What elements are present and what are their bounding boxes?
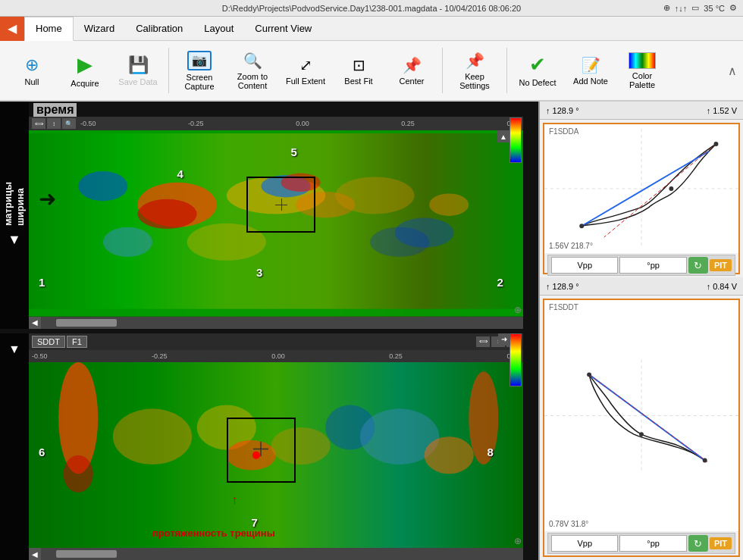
corner-icon-bottom[interactable]: ⊕ xyxy=(514,536,522,546)
ruler-ctrl-3[interactable]: 🔍 xyxy=(62,118,76,129)
svg-point-36 xyxy=(669,186,673,191)
scroll-left-btn[interactable]: ◀ xyxy=(29,317,41,329)
svg-point-28 xyxy=(469,371,498,465)
time-label: время xyxy=(33,103,77,117)
svg-point-9 xyxy=(103,227,152,257)
bottom-vpp-box[interactable]: Vpp xyxy=(551,535,618,552)
ruler-ctrl-2[interactable]: ↕ xyxy=(47,118,61,129)
toolbar-sep-2 xyxy=(442,48,443,93)
null-button[interactable]: ⊕ Null xyxy=(6,43,58,98)
center-label: Center xyxy=(399,77,424,86)
bottom-scroll-left[interactable]: ◀ xyxy=(29,548,41,560)
bottom-right-val2: ↑ 0.84 V xyxy=(707,282,737,291)
top-x-ruler: ⟺ ↕ 🔍 -0.50 -0.25 0.00 0.25 0.50 ▲ xyxy=(29,117,523,130)
svg-point-21 xyxy=(113,408,192,465)
left-panel: ширинаматрицы ▼ время ⟺ ↕ 🔍 -0.50 -0.25 … xyxy=(0,102,538,560)
add-note-button[interactable]: 📝 Add Note xyxy=(565,43,616,98)
crosshair-bottom xyxy=(253,442,268,459)
ruler-controls: ⟺ ↕ 🔍 xyxy=(32,118,76,129)
hmap-label-6: 6 xyxy=(39,446,45,458)
top-lissajous-section: F1SDDA 1.56 xyxy=(543,123,740,274)
bottom-arrow-right[interactable]: ➜ xyxy=(498,333,510,346)
collapse-button[interactable]: ∧ xyxy=(728,64,737,78)
bottom-hscroll[interactable]: ◀ xyxy=(29,548,523,560)
gps-icon: ⊕ xyxy=(663,3,670,13)
top-lissajous-bottom: 1.56V 218.7° xyxy=(549,242,593,250)
bottom-vpp-label: Vpp xyxy=(577,539,592,548)
top-vpp-label: Vpp xyxy=(577,261,592,270)
top-refresh-button[interactable]: ↻ xyxy=(688,257,708,274)
keep-settings-button[interactable]: 📌 Keep Settings xyxy=(447,43,502,98)
top-scroll-thumb[interactable] xyxy=(56,319,117,327)
center-button[interactable]: 📌 Center xyxy=(386,43,437,98)
acquire-button[interactable]: ▶ Acquire xyxy=(59,43,111,98)
y-axis-top: ширинаматрицы ▼ xyxy=(0,102,29,329)
tab-f1[interactable]: F1 xyxy=(67,336,87,348)
menu-bar: ◀ Home Wizard Calibration Layout Current… xyxy=(0,17,743,41)
top-hscroll[interactable]: ◀ xyxy=(29,317,523,329)
hmap-label-1: 1 xyxy=(39,276,45,289)
color-palette-button[interactable]: Color Palette xyxy=(618,43,666,98)
direction-arrow: ➜ xyxy=(39,186,56,211)
bottom-refresh-button[interactable]: ↻ xyxy=(688,535,708,552)
top-colorbar xyxy=(509,117,522,163)
top-control-row: Vpp °pp ↻ PIT xyxy=(547,255,735,276)
top-lissajous-svg xyxy=(544,124,738,253)
bottom-pp-label: °pp xyxy=(647,539,660,548)
bottom-heatmap[interactable]: 6 7 8 протяженность трещины ↑ ⊕ xyxy=(29,362,523,549)
signal-icon: ↑↓↑ xyxy=(675,4,688,13)
top-right-val1: ↑ 128.9 ° xyxy=(546,106,579,115)
bottom-colorbar xyxy=(509,333,522,386)
center-icon: 📌 xyxy=(403,56,422,74)
scroll-up-button[interactable]: ▲ xyxy=(497,130,509,142)
full-extent-icon: ⤢ xyxy=(299,56,312,74)
top-pp-box[interactable]: °pp xyxy=(619,257,686,274)
scan-tabs: SDDT F1 xyxy=(32,336,87,348)
svg-point-8 xyxy=(335,177,414,214)
svg-point-37 xyxy=(579,224,584,228)
top-heatmap[interactable]: 1 2 3 4 5 ➜ ⊕ xyxy=(29,130,523,317)
tab-sddt[interactable]: SDDT xyxy=(32,336,65,348)
svg-point-27 xyxy=(425,436,474,474)
top-lissajous-area: F1SDDA 1.56 xyxy=(544,124,738,253)
menu-layout[interactable]: Layout xyxy=(193,17,244,41)
top-pp-label: °pp xyxy=(647,261,660,270)
bottom-scroll-thumb[interactable] xyxy=(56,550,117,558)
bottom-right-info-bar: ↑ 128.9 ° ↑ 0.84 V xyxy=(540,277,743,296)
best-fit-button[interactable]: ⊡ Best Fit xyxy=(333,43,384,98)
zoom-to-content-button[interactable]: 🔍 Zoom to Content xyxy=(227,43,278,98)
svg-point-20 xyxy=(64,455,93,492)
full-extent-button[interactable]: ⤢ Full Extent xyxy=(280,43,331,98)
y-axis-bottom: ▼ xyxy=(0,333,29,561)
back-button[interactable]: ◀ xyxy=(0,17,24,41)
corner-icon-top[interactable]: ⊕ xyxy=(514,305,522,315)
gear-icon: ⚙ xyxy=(729,3,737,13)
bottom-pp-box[interactable]: °pp xyxy=(619,535,686,552)
annotation-box-top xyxy=(246,177,315,233)
menu-wizard[interactable]: Wizard xyxy=(74,17,125,41)
svg-point-14 xyxy=(429,193,469,215)
bottom-pit-label: PIT xyxy=(710,537,732,549)
svg-point-11 xyxy=(78,171,127,201)
menu-calibration[interactable]: Calibration xyxy=(125,17,193,41)
title-bar: D:\Reddy\Projects\PodvodService.Day1\238… xyxy=(0,0,743,17)
svg-point-41 xyxy=(587,372,591,377)
best-fit-icon: ⊡ xyxy=(353,56,365,74)
menu-current-view[interactable]: Current View xyxy=(244,17,322,41)
no-defect-button[interactable]: ✔ No Defect xyxy=(512,43,563,98)
down-arrow-icon: ▼ xyxy=(8,232,21,248)
hmap-label-4: 4 xyxy=(177,167,183,180)
top-x-scale: -0.50 -0.25 0.00 0.25 0.50 xyxy=(80,120,520,127)
ruler-ctrl-1[interactable]: ⟺ xyxy=(32,118,45,129)
save-data-button[interactable]: 💾 Save Data xyxy=(112,43,164,98)
bottom-ctrl-1[interactable]: ⟺ xyxy=(476,336,490,347)
bottom-lissajous-svg xyxy=(544,300,738,531)
datetime: 10/04/2016 08:06:20 xyxy=(444,4,521,13)
save-icon: 💾 xyxy=(128,55,149,75)
zoom-icon: 🔍 xyxy=(243,52,262,70)
menu-home[interactable]: Home xyxy=(24,17,74,41)
top-vpp-box[interactable]: Vpp xyxy=(551,257,618,274)
main-area: ширинаматрицы ▼ время ⟺ ↕ 🔍 -0.50 -0.25 … xyxy=(0,102,743,560)
screen-capture-button[interactable]: 📷 Screen Capture xyxy=(174,43,225,98)
temp-display: 35 °C xyxy=(704,4,725,13)
